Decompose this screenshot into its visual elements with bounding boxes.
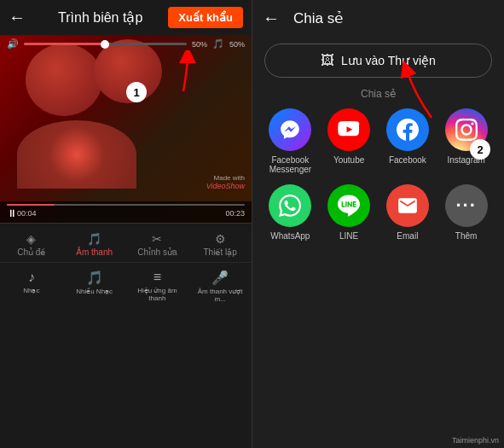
tab-audio-label: Âm thanh [76,247,113,257]
share-item-email[interactable]: Email [382,184,433,241]
settings-icon: ⚙ [215,232,226,246]
editor-tabs: ◈ Chủ đề 🎵 Âm thanh ✂ Chỉnh sửa ⚙ Thiết … [0,223,252,262]
voice-icon: 🎤 [211,270,229,286]
annotation-circle-2: 2 [470,139,490,160]
volume-fill [24,43,105,45]
tool-multi-music-label: Nhiều Nhạc [76,288,113,295]
progress-fill [7,204,55,206]
video-thumbnail [0,35,252,223]
share-item-youtube[interactable]: Youtube [323,108,374,174]
more-label: Thêm [455,231,478,241]
line-icon [327,184,370,227]
left-panel: ← Trình biên tập Xuất khẩu 🔊 50% 🎵 50% 1 [0,0,252,448]
volume-icon: 🔊 [7,38,19,49]
whatsapp-label: WhatsApp [270,231,310,241]
right-header: ← Chia sẻ [252,0,504,37]
facebook-label: Facebook [389,155,426,165]
tab-settings[interactable]: ⚙ Thiết lập [188,232,252,257]
volume-left-pct: 50% [192,40,207,49]
tab-edit[interactable]: ✂ Chỉnh sửa [126,232,189,257]
back-button-right[interactable]: ← [263,9,280,28]
export-button[interactable]: Xuất khẩu [168,7,243,28]
share-item-facebook[interactable]: Facebook [382,108,433,174]
right-panel: ← Chia sẻ 🖼 Lưu vào Thư viện Chia sẻ Fac… [252,0,504,448]
annotation-arrow-1 [141,50,200,93]
watermark: Taimienphi.vn [452,436,499,445]
edit-icon: ✂ [152,232,162,246]
sfx-icon: ≡ [154,270,161,285]
audio-tools: ♪ Nhạc 🎵 Nhiều Nhạc ≡ Hiệu ứng âm thanh … [0,262,252,310]
messenger-icon [269,108,311,151]
tab-audio[interactable]: 🎵 Âm thanh [63,232,126,257]
time-row: ⏸ 00:04 00:23 [7,207,245,219]
share-section-label: Chia sẻ [252,88,504,100]
volume-slider[interactable] [24,43,187,45]
tab-edit-label: Chỉnh sửa [137,247,177,257]
line-label: LINE [339,231,358,241]
left-header: ← Trình biên tập Xuất khẩu [0,0,252,35]
share-title: Chia sẻ [293,9,343,27]
decoration [26,44,102,116]
tool-multi-music[interactable]: 🎵 Nhiều Nhạc [63,270,126,303]
tool-sfx-label: Hiệu ứng âm thanh [131,287,182,302]
facebook-icon [386,108,429,151]
tab-theme[interactable]: ◈ Chủ đề [0,232,63,257]
volume-control: 🔊 50% 🎵 50% [0,35,252,53]
play-pause-button[interactable]: ⏸ [7,207,17,219]
tab-settings-label: Thiết lập [204,247,237,257]
back-button-left[interactable]: ← [9,8,26,27]
theme-icon: ◈ [26,232,36,246]
tool-voice-label: Âm thanh vượt m... [194,288,246,303]
tool-music-label: Nhạc [23,287,39,294]
volume-thumb[interactable] [101,40,109,49]
volume-right-pct: 50% [229,40,245,49]
progress-bar[interactable] [7,204,245,206]
more-icon: ··· [445,184,488,227]
save-library-icon: 🖼 [321,53,334,68]
youtube-icon [327,108,370,151]
music-tool-icon: ♪ [28,270,35,285]
youtube-label: Youtube [333,155,364,165]
whatsapp-icon [269,184,311,227]
more-dots: ··· [455,195,476,217]
share-item-more[interactable]: ··· Thêm [441,184,492,241]
share-item-line[interactable]: LINE [323,184,374,241]
tool-music[interactable]: ♪ Nhạc [0,270,63,303]
watermark-text: Made with VideoShow [206,174,245,190]
music-icon: 🎵 [212,38,224,49]
total-time: 00:23 [225,209,245,218]
video-preview: 🔊 50% 🎵 50% 1 Made with VideoShow [0,35,252,223]
editor-title: Trình biên tập [58,9,142,26]
play-controls: ⏸ 00:04 00:23 [0,201,252,223]
audio-icon: 🎵 [87,232,101,246]
share-item-messenger[interactable]: FacebookMessenger [264,108,316,174]
current-time: 00:04 [17,209,37,218]
share-apps-grid: FacebookMessenger Youtube Facebook Insta… [252,108,504,241]
tool-sfx[interactable]: ≡ Hiệu ứng âm thanh [126,270,189,303]
multi-music-icon: 🎵 [86,270,103,286]
save-library-label: Lưu vào Thư viện [341,54,436,67]
share-item-whatsapp[interactable]: WhatsApp [264,184,316,241]
decoration [17,120,136,189]
email-label: Email [397,231,418,241]
save-library-button[interactable]: 🖼 Lưu vào Thư viện [264,44,492,78]
email-icon [386,184,429,227]
tab-theme-label: Chủ đề [17,247,45,257]
tool-voice[interactable]: 🎤 Âm thanh vượt m... [188,270,252,303]
messenger-label: FacebookMessenger [269,155,311,174]
